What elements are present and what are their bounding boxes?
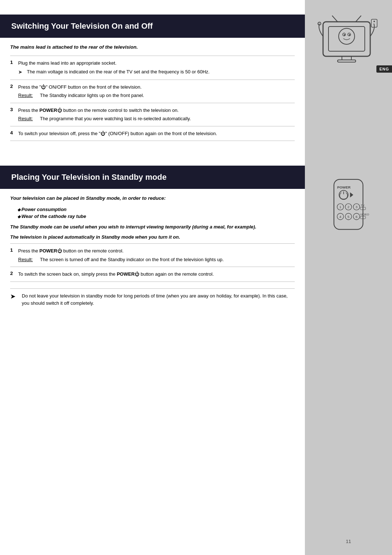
tv-svg bbox=[316, 13, 381, 67]
svg-text:4: 4 bbox=[339, 215, 342, 219]
svg-text:3: 3 bbox=[356, 205, 358, 209]
step2-content: Press the "⏻" ON/OFF button on the front… bbox=[18, 80, 295, 103]
section2-steps: 1 Press the POWER⏻ button on the remote … bbox=[10, 243, 295, 282]
step4-text: To switch your television off, press the… bbox=[18, 131, 217, 136]
eng-badge: ENG bbox=[376, 65, 392, 73]
section2-content: Your television can be placed in Standby… bbox=[0, 189, 305, 317]
section1-title: Switching Your Television On and Off bbox=[0, 15, 305, 38]
remote-svg: POWER 1 2 3 TV 4 bbox=[316, 176, 381, 234]
svg-line-8 bbox=[356, 16, 361, 22]
standby-step1-result: Result: The screen is turned off and the… bbox=[18, 256, 295, 263]
svg-text:6: 6 bbox=[356, 215, 358, 219]
section1-content: The mains lead is attached to the rear o… bbox=[0, 38, 305, 147]
page-number: 11 bbox=[346, 539, 351, 544]
svg-point-6 bbox=[349, 34, 350, 36]
standby-step2: 2 To switch the screen back on, simply p… bbox=[10, 267, 295, 282]
step1-sub: The main voltage is indicated on the rea… bbox=[27, 68, 209, 76]
step1-subline: ➤ The main voltage is indicated on the r… bbox=[18, 68, 295, 76]
bullet1: Power consumption bbox=[17, 207, 295, 212]
step3: 3 Press the POWER⏻ button on the remote … bbox=[10, 103, 295, 126]
step1-num: 1 bbox=[10, 56, 18, 80]
result-label2: Result: bbox=[18, 115, 37, 122]
main-content: Switching Your Television On and Off The… bbox=[0, 0, 305, 555]
step1-content: Plug the mains lead into an appropriate … bbox=[18, 56, 295, 80]
note-block: ➤ Do not leave your television in standb… bbox=[10, 288, 295, 311]
section2-intro: Your television can be placed in Standby… bbox=[10, 195, 295, 201]
svg-text:1: 1 bbox=[339, 205, 341, 209]
standby-step2-text: To switch the screen back on, simply pre… bbox=[18, 271, 214, 277]
italic-block1: The Standby mode can be useful when you … bbox=[10, 223, 295, 231]
svg-text:TV: TV bbox=[361, 204, 365, 207]
step2-result: Result: The Standby indicator lights up … bbox=[18, 92, 295, 99]
step4: 4 To switch your television off, press t… bbox=[10, 126, 295, 141]
step3-text: Press the POWER⏻ button on the remote co… bbox=[18, 108, 179, 113]
standby-step1-num: 1 bbox=[10, 244, 18, 267]
step2-num: 2 bbox=[10, 80, 18, 103]
tv-illustration bbox=[314, 11, 383, 69]
page: Switching Your Television On and Off The… bbox=[0, 0, 392, 555]
standby-step2-num: 2 bbox=[10, 267, 18, 282]
section2-title: Placing Your Television in Standby mode bbox=[0, 166, 305, 189]
step3-content: Press the POWER⏻ button on the remote co… bbox=[18, 103, 295, 126]
step1-text: Plug the mains lead into an appropriate … bbox=[18, 60, 117, 66]
svg-text:2: 2 bbox=[347, 205, 349, 209]
svg-text:POWER: POWER bbox=[337, 185, 351, 189]
svg-rect-10 bbox=[338, 60, 356, 62]
result-label: Result: bbox=[18, 92, 37, 99]
italic-block2: The television is placed automatically i… bbox=[10, 234, 295, 241]
section2-bullets: Power consumption Wear of the cathode ra… bbox=[17, 207, 295, 219]
svg-point-13 bbox=[373, 21, 375, 22]
remote-illustration: POWER 1 2 3 TV 4 bbox=[314, 174, 383, 236]
step1: 1 Plug the mains lead into an appropriat… bbox=[10, 56, 295, 80]
standby-step1-result-text: The screen is turned off and the Standby… bbox=[40, 256, 224, 263]
step4-num: 4 bbox=[10, 126, 18, 141]
note-arrow-icon: ➤ bbox=[10, 292, 18, 300]
svg-text:5: 5 bbox=[347, 215, 350, 219]
standby-step1-text: Press the POWER⏻ button on the remote co… bbox=[18, 248, 123, 254]
section2: Placing Your Television in Standby mode … bbox=[0, 166, 305, 321]
section1: Switching Your Television On and Off The… bbox=[0, 15, 305, 151]
section1-steps: 1 Plug the mains lead into an appropriat… bbox=[10, 56, 295, 141]
svg-text:VIDEO: VIDEO bbox=[360, 213, 369, 216]
svg-point-5 bbox=[344, 34, 345, 36]
arrow-icon: ➤ bbox=[18, 68, 25, 76]
svg-point-2 bbox=[339, 28, 355, 44]
step3-num: 3 bbox=[10, 103, 18, 126]
step3-result: Result: The programme that you were watc… bbox=[18, 115, 295, 122]
section1-intro: The mains lead is attached to the rear o… bbox=[10, 44, 295, 50]
step2: 2 Press the "⏻" ON/OFF button on the fro… bbox=[10, 80, 295, 103]
step3-result-text: The programme that you were watching las… bbox=[40, 115, 191, 122]
standby-step2-content: To switch the screen back on, simply pre… bbox=[18, 267, 295, 282]
result-label3: Result: bbox=[18, 256, 37, 263]
svg-marker-17 bbox=[350, 192, 353, 197]
standby-step1: 1 Press the POWER⏻ button on the remote … bbox=[10, 244, 295, 267]
step2-text: Press the "⏻" ON/OFF button on the front… bbox=[18, 84, 142, 90]
step2-result-text: The Standby indicator lights up on the f… bbox=[40, 92, 144, 99]
sidebar: ENG bbox=[305, 0, 392, 555]
svg-line-7 bbox=[332, 16, 338, 22]
svg-rect-1 bbox=[328, 27, 365, 51]
standby-step1-content: Press the POWER⏻ button on the remote co… bbox=[18, 244, 295, 267]
bullet2: Wear of the cathode ray tube bbox=[17, 214, 295, 219]
step4-content: To switch your television off, press the… bbox=[18, 126, 295, 141]
note-text: Do not leave your television in standby … bbox=[22, 292, 295, 308]
